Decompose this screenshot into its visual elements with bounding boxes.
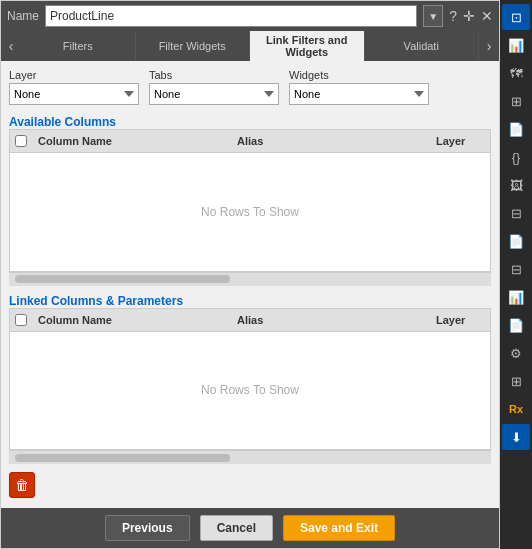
available-columns-section: Available Columns Column Name Alias Laye… — [9, 111, 491, 286]
two-table-area: Available Columns Column Name Alias Laye… — [9, 111, 491, 464]
available-columns-table: Column Name Alias Layer No Rows To Show — [9, 129, 491, 272]
sidebar-icon-image[interactable]: 🖼 — [502, 172, 530, 198]
sidebar-icon-pin[interactable]: ⊡ — [502, 4, 530, 30]
linked-scrollbar-thumb — [15, 454, 230, 462]
linked-columns-section: Linked Columns & Parameters Column Name … — [9, 290, 491, 465]
tabs-label: Tabs — [149, 69, 279, 81]
tab-link-filters[interactable]: Link Filters and Widgets — [250, 31, 365, 61]
footer: Previous Cancel Save and Exit — [1, 508, 499, 548]
sidebar-icon-table2[interactable]: ⊟ — [502, 256, 530, 282]
tabs-select[interactable]: None — [149, 83, 279, 105]
linked-empty-text: No Rows To Show — [201, 383, 299, 397]
header-bar: Name ▼ ? ✛ ✕ — [1, 1, 499, 31]
delete-row: 🗑 — [9, 470, 491, 500]
avail-layer-header: Layer — [430, 133, 490, 149]
header-icons: ? ✛ ✕ — [449, 8, 493, 24]
sidebar-icon-map[interactable]: 🗺 — [502, 60, 530, 86]
layer-label: Layer — [9, 69, 139, 81]
layer-group: Layer None — [9, 69, 139, 105]
delete-button[interactable]: 🗑 — [9, 472, 35, 498]
cancel-button[interactable]: Cancel — [200, 515, 273, 541]
avail-checkbox-header[interactable] — [10, 133, 32, 149]
name-dropdown-arrow[interactable]: ▼ — [423, 5, 443, 27]
tab-validati[interactable]: Validati — [365, 31, 480, 61]
available-empty-text: No Rows To Show — [201, 205, 299, 219]
save-exit-button[interactable]: Save and Exit — [283, 515, 395, 541]
linked-alias-header: Alias — [231, 312, 430, 328]
sidebar-icon-connect[interactable]: ⊞ — [502, 368, 530, 394]
linked-columns-table: Column Name Alias Layer No Rows To Show — [9, 308, 491, 451]
linked-select-all[interactable] — [15, 314, 27, 326]
available-scrollbar-thumb — [15, 275, 230, 283]
linked-checkbox-header[interactable] — [10, 312, 32, 328]
sidebar-icon-download[interactable]: ⬇ — [502, 424, 530, 450]
avail-alias-header: Alias — [231, 133, 430, 149]
available-columns-thead: Column Name Alias Layer — [10, 130, 490, 153]
sidebar-icon-rx[interactable]: Rx — [502, 396, 530, 422]
sidebar-icon-grid[interactable]: ⊞ — [502, 88, 530, 114]
tab-filters[interactable]: Filters — [21, 31, 136, 61]
available-columns-header: Available Columns — [9, 115, 491, 129]
widgets-group: Widgets None — [289, 69, 429, 105]
close-icon[interactable]: ✕ — [481, 8, 493, 24]
available-columns-body: No Rows To Show — [10, 153, 490, 271]
name-label: Name — [7, 9, 39, 23]
linked-columns-header: Linked Columns & Parameters — [9, 294, 491, 308]
avail-select-all[interactable] — [15, 135, 27, 147]
sidebar-icon-code[interactable]: {} — [502, 144, 530, 170]
widgets-label: Widgets — [289, 69, 429, 81]
widgets-select[interactable]: None — [289, 83, 429, 105]
sidebar-icon-table[interactable]: ⊟ — [502, 200, 530, 226]
sidebar-icon-bar-chart[interactable]: 📊 — [502, 32, 530, 58]
layer-select[interactable]: None — [9, 83, 139, 105]
right-sidebar: ⊡ 📊 🗺 ⊞ 📄 {} 🖼 ⊟ 📄 ⊟ 📊 📄 ⚙ ⊞ Rx ⬇ — [500, 0, 532, 549]
available-scrollbar[interactable] — [9, 272, 491, 286]
move-icon[interactable]: ✛ — [463, 8, 475, 24]
tab-right-arrow[interactable]: › — [479, 31, 499, 61]
linked-columns-thead: Column Name Alias Layer — [10, 309, 490, 332]
previous-button[interactable]: Previous — [105, 515, 190, 541]
sidebar-icon-settings[interactable]: ⚙ — [502, 340, 530, 366]
tabs-group: Tabs None — [149, 69, 279, 105]
avail-colname-header: Column Name — [32, 133, 231, 149]
selector-row: Layer None Tabs None Widgets None — [9, 69, 491, 105]
sidebar-icon-doc2[interactable]: 📄 — [502, 228, 530, 254]
tabs-nav: ‹ Filters Filter Widgets Link Filters an… — [1, 31, 499, 61]
linked-layer-header: Layer — [430, 312, 490, 328]
name-input[interactable] — [45, 5, 417, 27]
linked-scrollbar[interactable] — [9, 450, 491, 464]
tab-filter-widgets[interactable]: Filter Widgets — [136, 31, 251, 61]
linked-colname-header: Column Name — [32, 312, 231, 328]
sidebar-icon-chart2[interactable]: 📊 — [502, 284, 530, 310]
help-icon[interactable]: ? — [449, 8, 457, 24]
linked-columns-body: No Rows To Show — [10, 332, 490, 450]
sidebar-icon-doc3[interactable]: 📄 — [502, 312, 530, 338]
content-area: Layer None Tabs None Widgets None — [1, 61, 499, 508]
tab-left-arrow[interactable]: ‹ — [1, 31, 21, 61]
sidebar-icon-document[interactable]: 📄 — [502, 116, 530, 142]
